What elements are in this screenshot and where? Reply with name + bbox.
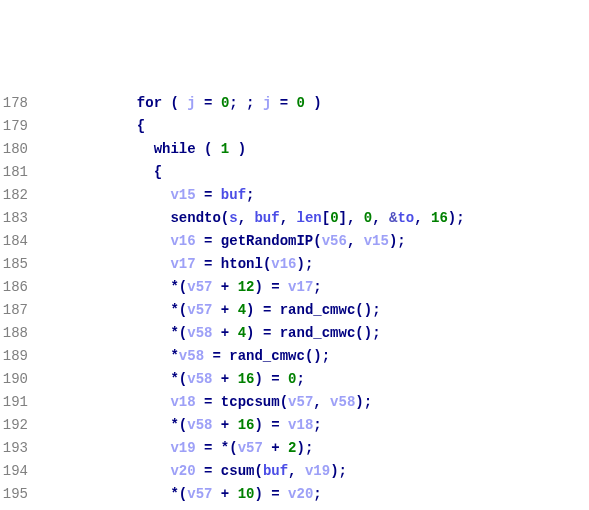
line-number: 180 xyxy=(0,138,28,161)
token-br: , xyxy=(238,210,246,226)
token-br: *( xyxy=(170,417,187,433)
token-br: ( xyxy=(170,95,178,111)
token-num: 16 xyxy=(431,210,448,226)
line-number: 183 xyxy=(0,207,28,230)
line-number: 192 xyxy=(0,414,28,437)
code-line: { xyxy=(36,161,589,184)
token-br: ) xyxy=(254,371,262,387)
token-br: ) xyxy=(254,486,262,502)
token-op: = xyxy=(271,417,279,433)
line-number: 188 xyxy=(0,322,28,345)
token-br: (); xyxy=(355,325,380,341)
token-br: ; xyxy=(246,95,254,111)
token-op: = xyxy=(271,279,279,295)
code-line: *(v57 + 10) = v20; xyxy=(36,483,589,506)
token-op: = xyxy=(263,302,271,318)
token-fn: rand_cmwc xyxy=(229,348,305,364)
token-br: [ xyxy=(322,210,330,226)
token-op: = xyxy=(271,486,279,502)
token-var: v57 xyxy=(238,440,263,456)
token-var: v19 xyxy=(305,463,330,479)
token-op: + xyxy=(221,279,229,295)
token-br: , xyxy=(372,210,380,226)
line-number: 191 xyxy=(0,391,28,414)
token-br: * xyxy=(170,348,178,364)
token-var: v15 xyxy=(364,233,389,249)
token-br: ) xyxy=(254,417,262,433)
token-var: v57 xyxy=(187,279,212,295)
token-var: v20 xyxy=(288,486,313,502)
token-br: ) xyxy=(246,325,254,341)
token-br: ; xyxy=(229,95,237,111)
token-fn: csum xyxy=(221,463,255,479)
token-br: ); xyxy=(448,210,465,226)
token-br: , xyxy=(280,210,288,226)
token-var: v58 xyxy=(330,394,355,410)
token-vardk: buf xyxy=(254,210,279,226)
token-br: ) xyxy=(238,141,246,157)
token-vardk: buf xyxy=(263,463,288,479)
token-br: ) xyxy=(313,95,321,111)
token-br: ( xyxy=(221,210,229,226)
token-var: v16 xyxy=(271,256,296,272)
token-num: 4 xyxy=(238,302,246,318)
code-viewer: 1781791801811821831841851861871881891901… xyxy=(0,92,589,510)
line-number: 193 xyxy=(0,437,28,460)
code-line: for ( j = 0; ; j = 0 ) xyxy=(36,92,589,115)
token-op: = xyxy=(204,256,212,272)
token-op: + xyxy=(221,302,229,318)
token-br: ; xyxy=(297,371,305,387)
token-op: + xyxy=(221,371,229,387)
token-br: { xyxy=(154,164,162,180)
token-br: ); xyxy=(330,463,347,479)
token-br: *( xyxy=(221,440,238,456)
token-var: v58 xyxy=(187,325,212,341)
code-line: *(v57 + 4) = rand_cmwc(); xyxy=(36,299,589,322)
token-var: v57 xyxy=(187,302,212,318)
token-br: ) xyxy=(254,279,262,295)
token-op: = xyxy=(280,95,288,111)
code-line: v17 = htonl(v16); xyxy=(36,253,589,276)
token-br: ; xyxy=(313,279,321,295)
token-fn: htonl xyxy=(221,256,263,272)
code-line: *(v58 + 16) = 0; xyxy=(36,368,589,391)
token-br: ( xyxy=(313,233,321,249)
token-op: = xyxy=(204,440,212,456)
token-vardk: s xyxy=(229,210,237,226)
token-num: 1 xyxy=(221,141,229,157)
token-op: = xyxy=(212,348,220,364)
code-line: *(v58 + 4) = rand_cmwc(); xyxy=(36,322,589,345)
token-var: v58 xyxy=(179,348,204,364)
code-line: *(v57 + 12) = v17; xyxy=(36,276,589,299)
code-area: for ( j = 0; ; j = 0 ) { while ( 1 ) { v… xyxy=(36,92,589,510)
token-op: + xyxy=(221,325,229,341)
token-br: *( xyxy=(170,371,187,387)
token-var: v20 xyxy=(170,463,195,479)
line-number: 178 xyxy=(0,92,28,115)
token-var: j xyxy=(187,95,195,111)
code-line: { xyxy=(36,115,589,138)
token-var: j xyxy=(263,95,271,111)
token-num: 10 xyxy=(238,486,255,502)
token-num: 0 xyxy=(330,210,338,226)
code-line: *v58 = rand_cmwc(); xyxy=(36,345,589,368)
line-number: 195 xyxy=(0,483,28,506)
token-op: = xyxy=(271,371,279,387)
token-var: v16 xyxy=(170,233,195,249)
line-number: 189 xyxy=(0,345,28,368)
token-num: 4 xyxy=(238,325,246,341)
token-br: , xyxy=(347,210,355,226)
token-br: *( xyxy=(170,325,187,341)
token-var: v15 xyxy=(170,187,195,203)
code-line: while ( 1 ) xyxy=(36,138,589,161)
token-op: = xyxy=(204,463,212,479)
token-fn: rand_cmwc xyxy=(280,325,356,341)
token-br: (); xyxy=(305,348,330,364)
code-line: v15 = buf; xyxy=(36,184,589,207)
token-vardk: len xyxy=(297,210,322,226)
line-number: 182 xyxy=(0,184,28,207)
code-line: v16 = getRandomIP(v56, v15); xyxy=(36,230,589,253)
token-var: v17 xyxy=(170,256,195,272)
token-br: ( xyxy=(254,463,262,479)
line-number: 184 xyxy=(0,230,28,253)
